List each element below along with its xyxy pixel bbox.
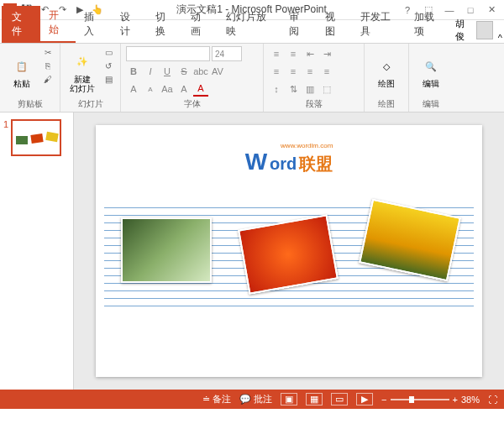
new-slide-icon: ✨ xyxy=(71,51,93,73)
status-bar: ≐备注 💬批注 ▣ ▦ ▭ ▶ − + 38% ⛶ xyxy=(0,390,504,409)
font-color-button[interactable]: A xyxy=(193,81,208,97)
paste-button[interactable]: 📋 粘贴 xyxy=(5,46,39,97)
tab-transitions[interactable]: 切换 xyxy=(147,6,182,43)
justify-icon[interactable]: ≡ xyxy=(319,64,334,79)
tab-insert[interactable]: 插入 xyxy=(76,6,111,43)
group-clipboard: 📋 粘贴 ✂ ⎘ 🖌 剪贴板 xyxy=(0,44,60,112)
layout-icon[interactable]: ▭ xyxy=(102,46,115,58)
avatar-icon xyxy=(476,21,493,39)
section-icon[interactable]: ▤ xyxy=(102,73,115,85)
collapse-ribbon-icon[interactable]: ^ xyxy=(498,33,502,43)
tab-animations[interactable]: 动画 xyxy=(182,6,218,43)
shadow-button[interactable]: abc xyxy=(193,64,208,79)
tab-file[interactable]: 文件 xyxy=(2,6,40,43)
tab-home[interactable]: 开始 xyxy=(40,4,76,43)
user-account[interactable]: 胡俊 xyxy=(450,18,497,43)
photo-hydrangea[interactable] xyxy=(121,217,212,283)
slide-canvas[interactable]: W ord 联盟 www.wordlm.com xyxy=(96,125,482,377)
slide-number: 1 xyxy=(3,119,8,156)
italic-button[interactable]: I xyxy=(143,64,158,79)
group-editing: 🔍 编辑 编辑 xyxy=(409,44,453,112)
group-paragraph: ≡ ≡ ⇤ ⇥ ≡ ≡ ≡ ≡ ↕ ⇅ ▥ ⬚ 段落 xyxy=(264,44,365,112)
change-case-button[interactable]: Aa xyxy=(160,81,175,97)
logo: W ord 联盟 www.wordlm.com xyxy=(245,149,333,175)
content-area: 1 W ord 联盟 www.wordlm.com xyxy=(0,112,504,390)
font-size-select[interactable]: 24 xyxy=(212,46,242,61)
align-right-icon[interactable]: ≡ xyxy=(302,64,318,79)
zoom-control[interactable]: − + 38% xyxy=(381,395,480,405)
group-label: 幻灯片 xyxy=(66,97,115,110)
tab-addins[interactable]: 加载项 xyxy=(406,6,450,43)
line-spacing-icon[interactable]: ↕ xyxy=(269,81,284,97)
indent-left-icon[interactable]: ⇤ xyxy=(302,46,318,61)
reset-icon[interactable]: ↺ xyxy=(102,60,115,71)
text-direction-icon[interactable]: ⇅ xyxy=(286,81,301,97)
edit-button[interactable]: 🔍 编辑 xyxy=(414,46,448,97)
numbering-icon[interactable]: ≡ xyxy=(286,46,301,61)
bullets-icon[interactable]: ≡ xyxy=(269,46,284,61)
font-family-select[interactable] xyxy=(126,46,210,61)
align-center-icon[interactable]: ≡ xyxy=(286,64,301,79)
draw-button[interactable]: ◇ 绘图 xyxy=(370,46,403,97)
clear-format-icon[interactable]: A xyxy=(176,81,192,97)
char-spacing-button[interactable]: AV xyxy=(210,64,225,79)
fit-window-icon[interactable]: ⛶ xyxy=(488,395,497,405)
tab-view[interactable]: 视图 xyxy=(317,6,352,43)
normal-view-icon[interactable]: ▣ xyxy=(281,393,297,405)
zoom-in-icon[interactable]: + xyxy=(453,395,458,405)
paste-icon: 📋 xyxy=(11,55,33,77)
tab-design[interactable]: 设计 xyxy=(112,6,147,43)
decrease-font-icon[interactable]: A xyxy=(143,81,158,97)
thumbnail-preview[interactable] xyxy=(11,119,61,156)
smartart-icon[interactable]: ⬚ xyxy=(319,81,334,97)
comments-button[interactable]: 💬批注 xyxy=(239,393,272,405)
slideshow-view-icon[interactable]: ▶ xyxy=(356,393,373,405)
bold-button[interactable]: B xyxy=(126,64,141,79)
slide-thumbnail-pane[interactable]: 1 xyxy=(0,112,74,390)
group-label: 绘图 xyxy=(370,97,403,110)
cut-icon[interactable]: ✂ xyxy=(41,46,55,58)
ribbon: 📋 粘贴 ✂ ⎘ 🖌 剪贴板 ✨ 新建 幻灯片 ▭ ↺ ▤ 幻灯片 xyxy=(0,44,504,112)
shapes-icon: ◇ xyxy=(375,55,397,77)
ribbon-tabs: 文件 开始 插入 设计 切换 动画 幻灯片放映 审阅 视图 开发工具 加载项 胡… xyxy=(0,20,504,44)
group-label: 编辑 xyxy=(414,97,448,110)
group-label: 字体 xyxy=(126,97,258,110)
underline-button[interactable]: U xyxy=(160,64,175,79)
slide-editor[interactable]: W ord 联盟 www.wordlm.com xyxy=(74,112,504,390)
new-slide-button[interactable]: ✨ 新建 幻灯片 xyxy=(66,46,99,97)
user-name: 胡俊 xyxy=(455,18,472,43)
group-slides: ✨ 新建 幻灯片 ▭ ↺ ▤ 幻灯片 xyxy=(60,44,121,112)
zoom-slider[interactable] xyxy=(391,399,449,400)
group-font: 24 B I U S abc AV A A Aa A A 字体 xyxy=(121,44,264,112)
slide-thumbnail[interactable]: 1 xyxy=(3,119,70,156)
group-label: 段落 xyxy=(269,97,359,110)
indent-right-icon[interactable]: ⇥ xyxy=(319,46,334,61)
zoom-level[interactable]: 38% xyxy=(461,395,480,405)
maximize-icon[interactable]: □ xyxy=(461,3,480,18)
increase-font-icon[interactable]: A xyxy=(126,81,141,97)
group-label: 剪贴板 xyxy=(5,97,55,110)
sorter-view-icon[interactable]: ▦ xyxy=(306,393,323,405)
close-icon[interactable]: ✕ xyxy=(482,3,501,18)
group-drawing: ◇ 绘图 绘图 xyxy=(365,44,409,112)
reading-view-icon[interactable]: ▭ xyxy=(331,393,348,405)
strike-button[interactable]: S xyxy=(176,64,192,79)
tab-slideshow[interactable]: 幻灯片放映 xyxy=(218,6,281,43)
copy-icon[interactable]: ⎘ xyxy=(41,60,55,71)
format-painter-icon[interactable]: 🖌 xyxy=(41,73,55,85)
columns-icon[interactable]: ▥ xyxy=(302,81,318,97)
zoom-out-icon[interactable]: − xyxy=(381,395,386,405)
tab-review[interactable]: 审阅 xyxy=(281,6,316,43)
find-icon: 🔍 xyxy=(420,55,442,77)
align-left-icon[interactable]: ≡ xyxy=(269,64,284,79)
notes-button[interactable]: ≐备注 xyxy=(202,393,231,405)
tab-developer[interactable]: 开发工具 xyxy=(352,6,406,43)
